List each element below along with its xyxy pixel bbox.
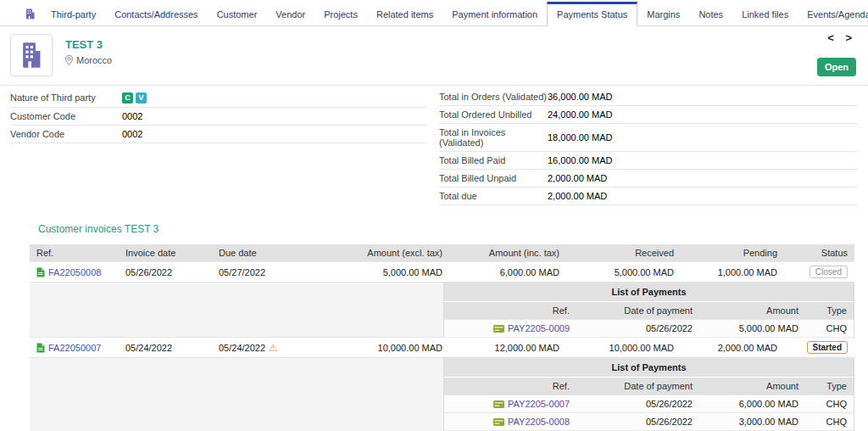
company-banner: TEST 3 Morocco < > Open	[0, 26, 868, 86]
field-value: 0002	[122, 111, 142, 121]
payments-table: List of PaymentsRef.Date of paymentAmoun…	[443, 358, 854, 431]
invoice-ref-link[interactable]: FA22050008	[48, 267, 101, 277]
tab-events-agenda[interactable]: Events/Agenda21	[798, 3, 868, 25]
detail-row: Total Billed Unpaid2,000.00 MAD	[439, 170, 858, 188]
payments-column-header-date-of-payment: Date of payment	[576, 302, 699, 319]
payment-ref-cell: PAY2205-0009	[444, 320, 576, 337]
prev-record-icon[interactable]: <	[823, 31, 838, 44]
invoice-status-badge: Closed	[810, 266, 848, 278]
amount-inc-tax-cell: 12,000.00 MAD	[449, 339, 566, 356]
column-header-status: Status	[784, 244, 854, 261]
tab-related-items[interactable]: Related items	[367, 3, 442, 25]
company-details: Nature of Third partyCVCustomer Code0002…	[0, 86, 868, 205]
payments-block: List of PaymentsRef.Date of paymentAmoun…	[30, 357, 854, 431]
company-country: Morocco	[76, 55, 112, 65]
tab-label: Notes	[698, 9, 723, 20]
payments-block-spacer	[30, 283, 443, 337]
payments-header-row: Ref.Date of paymentAmountType	[444, 378, 854, 395]
due-date-cell: 05/24/2022⚠	[212, 339, 326, 356]
invoice-row: FA2205000805/26/202205/27/20225,000.00 M…	[30, 261, 854, 282]
pending-cell: 1,000.00 MAD	[681, 264, 784, 281]
payments-column-header-ref: Ref.	[444, 378, 576, 395]
payments-block: List of PaymentsRef.Date of paymentAmoun…	[30, 282, 854, 337]
company-name: TEST 3	[65, 38, 112, 51]
due-date-cell: 05/27/2022	[212, 264, 326, 281]
column-header-pending: Pending	[681, 244, 784, 261]
detail-row: Nature of Third partyCV	[10, 88, 427, 108]
payment-ref-cell: PAY2205-0007	[444, 395, 576, 412]
detail-row: Total Ordered Unbilled24,000.00 MAD	[439, 106, 858, 124]
payment-amount-cell: 5,000.00 MAD	[699, 320, 805, 337]
tab-label: Third-party	[51, 9, 96, 20]
column-header-amount-excl-tax: Amount (excl. tax)	[326, 244, 449, 261]
tab-linked-files[interactable]: Linked files	[732, 3, 798, 25]
status-cell: Started	[784, 338, 854, 357]
tab-contacts-addresses[interactable]: Contacts/Addresses	[105, 3, 207, 25]
detail-row: Total due2,000.00 MAD	[439, 188, 858, 205]
field-value: 36,000.00 MAD	[548, 92, 612, 102]
tab-home[interactable]	[19, 2, 42, 25]
detail-row: Total in Orders (Validated)36,000.00 MAD	[439, 88, 858, 106]
field-value: 18,000.00 MAD	[548, 132, 612, 143]
tab-payment-information[interactable]: Payment information	[442, 3, 547, 25]
payments-table-title: List of Payments	[444, 358, 854, 378]
customer-invoices-table: Ref.Invoice dateDue dateAmount (excl. ta…	[30, 244, 854, 431]
next-record-icon[interactable]: >	[841, 31, 856, 44]
invoice-icon	[36, 267, 45, 277]
column-header-received: Received	[566, 244, 681, 261]
payment-amount-cell: 3,000.00 MAD	[699, 413, 805, 430]
payment-type-cell: CHQ	[805, 413, 854, 430]
company-logo-card	[10, 34, 53, 76]
payments-table-title: List of Payments	[444, 283, 854, 302]
payment-ref-link[interactable]: PAY2205-0009	[508, 323, 570, 333]
amount-inc-tax-cell: 6,000.00 MAD	[449, 264, 566, 281]
payment-row: PAY2205-000705/26/20226,000.00 MADCHQ	[444, 395, 854, 412]
invoice-row: FA2205000705/24/202205/24/2022⚠10,000.00…	[30, 337, 854, 357]
tab-label: Projects	[324, 9, 358, 20]
tab-label: Linked files	[742, 9, 788, 20]
payment-ref-cell: PAY2205-0008	[444, 413, 576, 430]
nature-badge-c: C	[122, 92, 133, 104]
tab-payments-status[interactable]: Payments Status	[547, 2, 637, 26]
invoice-icon	[36, 343, 45, 353]
amount-excl-tax-cell: 5,000.00 MAD	[326, 264, 449, 281]
invoice-ref-cell: FA22050008	[30, 264, 119, 281]
column-header-invoice-date: Invoice date	[119, 244, 212, 261]
field-value: 2,000.00 MAD	[548, 191, 607, 201]
payments-table: List of PaymentsRef.Date of paymentAmoun…	[443, 283, 854, 337]
payment-ref-link[interactable]: PAY2205-0007	[508, 399, 570, 409]
nature-badge-v: V	[136, 92, 147, 104]
tab-bar: Third-partyContacts/AddressesCustomerVen…	[0, 0, 868, 26]
map-pin-icon	[65, 55, 73, 65]
invoice-status-badge: Started	[807, 341, 848, 354]
field-value: CV	[122, 92, 149, 104]
tab-third-party[interactable]: Third-party	[42, 3, 105, 25]
payments-column-header-date-of-payment: Date of payment	[576, 378, 699, 395]
details-table-left: Nature of Third partyCVCustomer Code0002…	[10, 88, 427, 143]
received-cell: 5,000.00 MAD	[566, 264, 681, 281]
tab-margins[interactable]: Margins	[637, 3, 689, 25]
payments-column-header-ref: Ref.	[444, 302, 576, 319]
totals-table-right: Total in Orders (Validated)36,000.00 MAD…	[439, 88, 858, 205]
detail-row: Vendor Code0002	[10, 126, 427, 143]
tab-label: Vendor	[275, 9, 305, 20]
invoice-date-cell: 05/26/2022	[119, 264, 212, 281]
tab-projects[interactable]: Projects	[314, 3, 367, 25]
column-header-due-date: Due date	[212, 244, 326, 261]
field-label: Vendor Code	[10, 129, 122, 139]
field-value: 0002	[122, 129, 142, 139]
status-badge-open: Open	[817, 58, 856, 76]
payments-column-header-amount: Amount	[699, 378, 805, 395]
tab-notes[interactable]: Notes	[689, 3, 732, 25]
status-cell: Closed	[784, 262, 854, 282]
payment-ref-link[interactable]: PAY2205-0008	[508, 417, 570, 427]
detail-row: Total in Invoices (Validated)18,000.00 M…	[439, 124, 858, 152]
payment-icon	[493, 400, 504, 408]
invoice-ref-link[interactable]: FA22050007	[48, 343, 101, 353]
payment-date-cell: 05/26/2022	[576, 395, 699, 412]
field-value: 16,000.00 MAD	[548, 155, 612, 165]
payments-header-row: Ref.Date of paymentAmountType	[444, 302, 854, 319]
tab-vendor[interactable]: Vendor	[266, 3, 314, 25]
payment-icon	[493, 325, 504, 333]
tab-customer[interactable]: Customer	[208, 3, 267, 25]
